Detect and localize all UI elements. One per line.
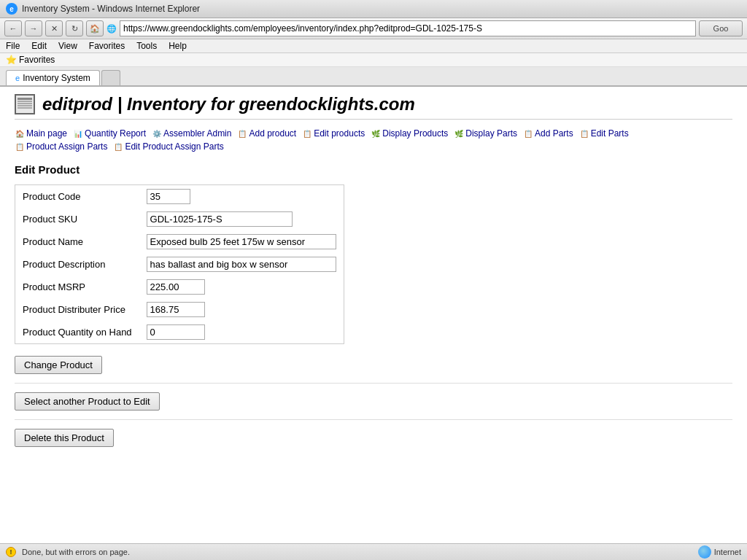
nav-quantity-report[interactable]: 📊 Quantity Report xyxy=(73,128,146,139)
svg-rect-1 xyxy=(18,101,32,102)
table-row: Product SKU xyxy=(15,208,344,230)
table-row: Product Quantity on Hand xyxy=(15,321,344,344)
browser-titlebar: e Inventory System - Windows Internet Ex… xyxy=(0,0,747,18)
product-distributer-price-input[interactable] xyxy=(147,302,205,317)
nav-add-parts[interactable]: 📋 Add Parts xyxy=(523,128,573,139)
forward-button[interactable]: → xyxy=(25,20,42,36)
menu-file[interactable]: File xyxy=(6,41,20,51)
page-title: editprod | Inventory for greendocklights… xyxy=(42,94,415,114)
divider-1 xyxy=(15,383,732,384)
add-product-icon: 📋 xyxy=(237,128,247,139)
add-parts-icon: 📋 xyxy=(523,128,533,139)
nav-product-assign-parts[interactable]: 📋 Product Assign Parts xyxy=(15,141,107,152)
tab-new[interactable] xyxy=(101,70,120,85)
nav-display-parts[interactable]: 🌿 Display Parts xyxy=(454,128,517,139)
product-msrp-input[interactable] xyxy=(147,279,205,295)
field-label-product-quantity: Product Quantity on Hand xyxy=(15,321,139,344)
tab-favicon: e xyxy=(15,74,20,82)
browser-nav: ← → ✕ ↻ 🏠 🌐 Goo xyxy=(0,18,747,39)
favorites-item[interactable]: ⭐ Favorites xyxy=(6,55,55,65)
url-bar-container: 🌐 xyxy=(107,20,696,36)
table-row: Product Name xyxy=(15,230,344,253)
page-header: editprod | Inventory for greendocklights… xyxy=(15,94,732,120)
nav-main-page[interactable]: 🏠 Main page xyxy=(15,128,67,139)
menu-favorites[interactable]: Favorites xyxy=(89,41,125,51)
home-button[interactable]: 🏠 xyxy=(86,20,104,36)
page-content: editprod | Inventory for greendocklights… xyxy=(0,87,747,510)
tab-label: Inventory System xyxy=(23,73,90,83)
svg-rect-3 xyxy=(18,105,32,106)
svg-rect-0 xyxy=(18,98,32,100)
menu-view[interactable]: View xyxy=(58,41,77,51)
nav-links: 🏠 Main page 📊 Quantity Report ⚙️ Assembl… xyxy=(15,128,732,152)
form-table: Product Code Product SKU Product Name Pr… xyxy=(15,184,344,344)
edit-product-assign-parts-icon: 📋 xyxy=(113,141,123,152)
url-icon: 🌐 xyxy=(107,24,117,34)
menu-help[interactable]: Help xyxy=(169,41,187,51)
change-product-section: Change Product xyxy=(15,356,732,374)
favorites-label: Favorites xyxy=(19,55,55,65)
product-quantity-input[interactable] xyxy=(147,324,205,340)
assembler-admin-icon: ⚙️ xyxy=(152,128,162,139)
main-page-icon: 🏠 xyxy=(15,128,25,139)
page-logo-icon xyxy=(15,94,35,114)
svg-rect-2 xyxy=(18,103,32,104)
tab-bar: e Inventory System xyxy=(0,67,747,87)
back-button[interactable]: ← xyxy=(4,20,22,36)
product-name-input[interactable] xyxy=(147,234,336,249)
nav-edit-parts[interactable]: 📋 Edit Parts xyxy=(579,128,629,139)
menu-tools[interactable]: Tools xyxy=(136,41,157,51)
url-bar[interactable] xyxy=(120,20,696,36)
star-icon: ⭐ xyxy=(6,55,17,65)
nav-display-products[interactable]: 🌿 Display Products xyxy=(371,128,448,139)
field-label-product-distributer-price: Product Distributer Price xyxy=(15,298,139,321)
quantity-report-icon: 📊 xyxy=(73,128,83,139)
edit-products-icon: 📋 xyxy=(302,128,312,139)
product-sku-input[interactable] xyxy=(147,211,293,227)
field-label-product-name: Product Name xyxy=(15,230,139,253)
table-row: Product Code xyxy=(15,185,344,209)
display-parts-icon: 🌿 xyxy=(454,128,464,139)
favorites-bar: ⭐ Favorites xyxy=(0,53,747,67)
field-label-product-code: Product Code xyxy=(15,185,139,209)
edit-parts-icon: 📋 xyxy=(579,128,589,139)
nav-edit-products[interactable]: 📋 Edit products xyxy=(302,128,365,139)
field-label-product-msrp: Product MSRP xyxy=(15,276,139,298)
tab-inventory[interactable]: e Inventory System xyxy=(6,70,100,85)
browser-menu: File Edit View Favorites Tools Help xyxy=(0,39,747,53)
product-description-input[interactable] xyxy=(147,257,336,272)
ie-icon: e xyxy=(6,3,18,15)
product-assign-parts-icon: 📋 xyxy=(15,141,25,152)
table-row: Product Description xyxy=(15,253,344,276)
delete-product-section: Delete this Product xyxy=(15,429,732,447)
search-addon-button[interactable]: Goo xyxy=(699,20,743,36)
field-label-product-description: Product Description xyxy=(15,253,139,276)
select-another-product-button[interactable]: Select another Product to Edit xyxy=(15,392,160,411)
display-products-icon: 🌿 xyxy=(371,128,381,139)
menu-edit[interactable]: Edit xyxy=(31,41,47,51)
nav-add-product[interactable]: 📋 Add product xyxy=(237,128,296,139)
select-product-section: Select another Product to Edit xyxy=(15,392,732,411)
table-row: Product MSRP xyxy=(15,276,344,298)
svg-rect-4 xyxy=(18,107,32,109)
product-code-input[interactable] xyxy=(147,189,190,204)
nav-edit-product-assign-parts[interactable]: 📋 Edit Product Assign Parts xyxy=(113,141,223,152)
section-heading: Edit Product xyxy=(15,163,732,176)
divider-2 xyxy=(15,419,732,420)
refresh-button[interactable]: ↻ xyxy=(66,20,83,36)
browser-title: Inventory System - Windows Internet Expl… xyxy=(22,4,200,14)
change-product-button[interactable]: Change Product xyxy=(15,356,102,374)
table-row: Product Distributer Price xyxy=(15,298,344,321)
stop-button[interactable]: ✕ xyxy=(45,20,63,36)
field-label-product-sku: Product SKU xyxy=(15,208,139,230)
nav-assembler-admin[interactable]: ⚙️ Assembler Admin xyxy=(152,128,231,139)
delete-product-button[interactable]: Delete this Product xyxy=(15,429,114,447)
